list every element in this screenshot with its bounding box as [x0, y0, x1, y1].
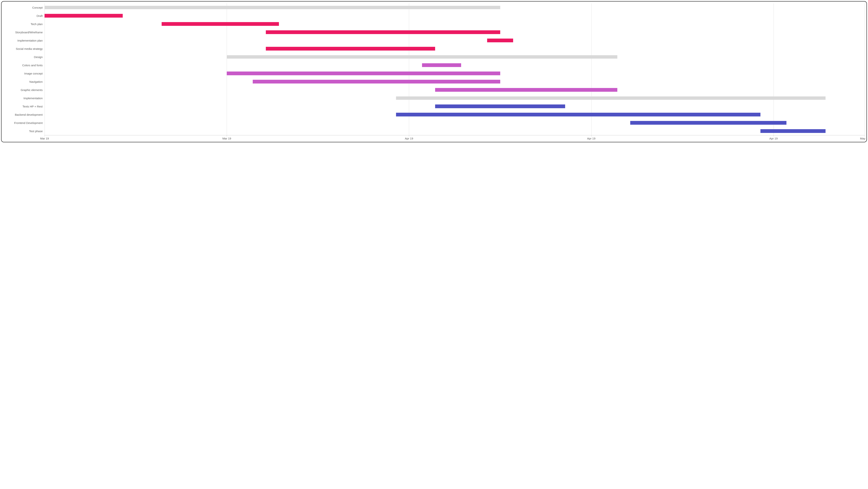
y-tick-label: Concept [3, 3, 44, 11]
task-row [44, 61, 865, 69]
y-tick-label: Social media strategy [3, 45, 44, 53]
y-tick-label: Texts HP + Rest [3, 102, 44, 111]
gantt-bar [396, 96, 826, 100]
gantt-bar [487, 38, 513, 42]
y-tick-label: Implementation plan [3, 36, 44, 45]
task-row [44, 36, 865, 45]
y-tick-label: Test phase [3, 127, 44, 135]
task-row [44, 119, 865, 127]
gantt-bar [44, 6, 500, 9]
x-tick-label: Apr 19 [769, 137, 778, 140]
y-tick-label: Draft [3, 11, 44, 20]
y-tick-label: Frontend Development [3, 119, 44, 127]
y-tick-label: Backend development [3, 111, 44, 119]
x-tick [865, 135, 865, 137]
gantt-bar [266, 47, 435, 51]
task-row [44, 53, 865, 61]
task-row [44, 11, 865, 20]
x-tick [44, 135, 45, 137]
y-tick-label: Image concept [3, 69, 44, 78]
gantt-bar [227, 55, 617, 59]
gridline [865, 3, 865, 135]
y-tick-label: Colors and fonts [3, 61, 44, 69]
task-row [44, 69, 865, 78]
y-tick-label: Navigation [3, 78, 44, 86]
y-tick-label: Storyboard/Wireframe [3, 28, 44, 36]
gantt-bar [435, 88, 617, 92]
gantt-bar [630, 121, 786, 125]
x-tick-label: Apr 19 [405, 137, 413, 140]
plot-wrap: Mar 19Mar 19Apr 19Apr 19Apr 19May 19 [44, 3, 865, 141]
gantt-bar [227, 71, 500, 75]
task-row [44, 45, 865, 53]
gantt-bar [396, 113, 761, 116]
gantt-bar [44, 14, 123, 18]
gantt-bar [422, 63, 461, 67]
y-tick-label: Tech plan [3, 20, 44, 28]
chart-frame: ConceptDraftTech planStoryboard/Wirefram… [1, 1, 867, 142]
task-row [44, 20, 865, 28]
gantt-bar [435, 105, 565, 108]
y-axis-labels: ConceptDraftTech planStoryboard/Wirefram… [3, 3, 44, 141]
y-tick-label: Graphic elements [3, 86, 44, 94]
task-row [44, 3, 865, 11]
x-tick-label: Mar 19 [40, 137, 49, 140]
x-axis: Mar 19Mar 19Apr 19Apr 19Apr 19May 19 [44, 135, 865, 141]
y-tick-label: Implementation [3, 94, 44, 102]
plot-area [44, 3, 865, 135]
task-row [44, 94, 865, 102]
gantt-bar [266, 30, 500, 34]
x-tick-label: Apr 19 [587, 137, 595, 140]
task-row [44, 127, 865, 135]
task-row [44, 102, 865, 111]
task-row [44, 111, 865, 119]
gantt-chart: ConceptDraftTech planStoryboard/Wirefram… [3, 3, 865, 141]
task-row [44, 28, 865, 36]
task-row [44, 86, 865, 94]
x-tick-label: Mar 19 [222, 137, 231, 140]
task-row [44, 78, 865, 86]
gantt-bar [162, 22, 279, 26]
gantt-bar [761, 129, 826, 133]
x-tick-label: May 19 [860, 137, 867, 140]
y-tick-label: Design [3, 53, 44, 61]
gantt-bar [253, 80, 500, 84]
